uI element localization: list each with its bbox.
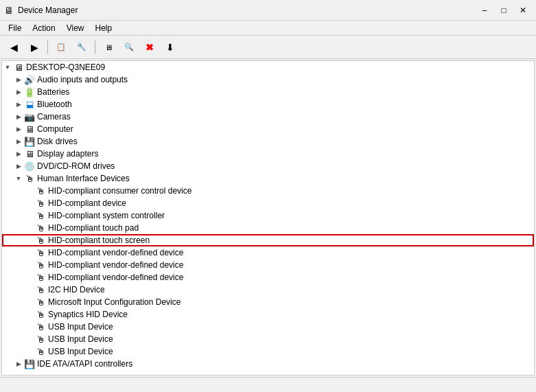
- tree-item-hid-vendor2[interactable]: ▶ 🖱 HID-compliant vendor-defined device: [2, 259, 534, 271]
- display-expand-icon[interactable]: ▶: [13, 148, 24, 159]
- toolbar-separator-2: [95, 41, 95, 54]
- i2c-label: I2C HID Device: [48, 285, 105, 295]
- tree-item-display[interactable]: ▶ 🖥 Display adapters: [2, 148, 534, 160]
- tree-item-hid-vendor3[interactable]: ▶ 🖱 HID-compliant vendor-defined device: [2, 271, 534, 284]
- tree-item-ide[interactable]: ▶ 💾 IDE ATA/ATAPI controllers: [2, 358, 534, 370]
- tree-item-hid-device[interactable]: ▶ 🖱 HID-compliant device: [2, 197, 534, 209]
- dvd-icon: 💿: [24, 161, 35, 172]
- ide-expand-icon[interactable]: ▶: [13, 358, 24, 369]
- bluetooth-icon: ⬓: [24, 99, 35, 110]
- monitor-button[interactable]: 🖥: [99, 38, 118, 56]
- hid-device-icon: 🖱: [35, 198, 46, 209]
- dvd-label: DVD/CD-ROM drives: [37, 161, 115, 171]
- audio-expand-icon[interactable]: ▶: [13, 74, 24, 85]
- tree-item-synaptics[interactable]: ▶ 🖱 Synaptics HID Device: [2, 308, 534, 321]
- status-bar: [0, 377, 536, 392]
- tree-item-i2c[interactable]: ▶ 🖱 I2C HID Device: [2, 284, 534, 296]
- hid-label: Human Interface Devices: [37, 174, 130, 183]
- hid-touchpad-label: HID-compliant touch pad: [48, 223, 139, 233]
- cameras-label: Cameras: [37, 112, 71, 122]
- menu-help[interactable]: Help: [90, 22, 118, 34]
- minimize-button[interactable]: –: [476, 3, 493, 17]
- computer-expand-icon[interactable]: ▶: [13, 124, 24, 135]
- tree-item-disk[interactable]: ▶ 💾 Disk drives: [2, 135, 534, 148]
- ide-icon: 💾: [24, 358, 35, 369]
- i2c-icon: 🖱: [35, 284, 46, 295]
- tree-item-batteries[interactable]: ▶ 🔋 Batteries: [2, 86, 534, 98]
- download-button[interactable]: ⬇: [161, 38, 180, 56]
- tree-item-dvd[interactable]: ▶ 💿 DVD/CD-ROM drives: [2, 160, 534, 172]
- menu-file[interactable]: File: [3, 22, 27, 34]
- menu-view[interactable]: View: [61, 22, 90, 34]
- properties-button[interactable]: 📋: [51, 38, 71, 56]
- synaptics-label: Synaptics HID Device: [48, 310, 128, 319]
- tree-item-msic[interactable]: ▶ 🖱 Microsoft Input Configuration Device: [2, 296, 534, 308]
- tree-item-hid-vendor1[interactable]: ▶ 🖱 HID-compliant vendor-defined device: [2, 246, 534, 259]
- root-expand-icon[interactable]: ▼: [2, 62, 13, 73]
- display-icon: 🖥: [24, 148, 35, 159]
- close-button[interactable]: ✕: [514, 3, 532, 17]
- usb3-icon: 🖱: [35, 346, 46, 357]
- hid-system-label: HID-compliant system controller: [48, 211, 165, 220]
- hid-vendor2-label: HID-compliant vendor-defined device: [48, 260, 183, 270]
- hid-vendor3-label: HID-compliant vendor-defined device: [48, 273, 183, 282]
- tree-item-hid-consumer[interactable]: ▶ 🖱 HID-compliant consumer control devic…: [2, 185, 534, 197]
- dvd-expand-icon[interactable]: ▶: [13, 161, 24, 172]
- tree-item-hid-touchpad[interactable]: ▶ 🖱 HID-compliant touch pad: [2, 222, 534, 234]
- forward-button[interactable]: ▶: [25, 38, 44, 56]
- app-icon: 🖥: [4, 5, 14, 16]
- hid-expand-icon[interactable]: ▼: [13, 173, 24, 184]
- usb1-label: USB Input Device: [48, 322, 113, 332]
- tree-item-cameras[interactable]: ▶ 📷 Cameras: [2, 111, 534, 123]
- tree-item-hid-system[interactable]: ▶ 🖱 HID-compliant system controller: [2, 209, 534, 222]
- hid-touchscreen-label: HID-compliant touch screen: [48, 235, 150, 245]
- hid-vendor2-icon: 🖱: [35, 260, 46, 270]
- audio-icon: 🔊: [24, 74, 35, 85]
- window-controls: – □ ✕: [476, 3, 532, 17]
- toolbar-separator-1: [47, 41, 48, 54]
- tree-item-computer[interactable]: ▶ 🖥 Computer: [2, 123, 534, 135]
- root-computer-icon: 🖥: [13, 62, 24, 73]
- tree-item-bluetooth[interactable]: ▶ ⬓ Bluetooth: [2, 98, 534, 111]
- tree-item-hid[interactable]: ▼ 🖱 Human Interface Devices: [2, 172, 534, 185]
- batteries-expand-icon[interactable]: ▶: [13, 87, 24, 97]
- msic-icon: 🖱: [35, 297, 46, 308]
- tree-item-usb3[interactable]: ▶ 🖱 USB Input Device: [2, 345, 534, 358]
- tree-item-usb2[interactable]: ▶ 🖱 USB Input Device: [2, 333, 534, 345]
- ide-label: IDE ATA/ATAPI controllers: [37, 359, 132, 369]
- title-bar: 🖥 Device Manager – □ ✕: [0, 0, 536, 21]
- hid-vendor1-label: HID-compliant vendor-defined device: [48, 248, 183, 257]
- hid-consumer-icon: 🖱: [35, 185, 46, 196]
- back-button[interactable]: ◀: [4, 38, 23, 56]
- bluetooth-expand-icon[interactable]: ▶: [13, 99, 24, 110]
- usb3-label: USB Input Device: [48, 347, 113, 356]
- usb2-icon: 🖱: [35, 334, 46, 345]
- hid-vendor3-icon: 🖱: [35, 272, 46, 283]
- tree-item-hid-touchscreen[interactable]: ▶ 🖱 HID-compliant touch screen: [2, 234, 534, 246]
- tree-item-usb1[interactable]: ▶ 🖱 USB Input Device: [2, 321, 534, 333]
- menu-action[interactable]: Action: [27, 22, 60, 34]
- uninstall-button[interactable]: ✖: [140, 38, 159, 56]
- scan-button[interactable]: 🔍: [119, 38, 139, 56]
- synaptics-icon: 🖱: [35, 309, 46, 320]
- hid-consumer-label: HID-compliant consumer control device: [48, 186, 191, 196]
- tree-item-audio[interactable]: ▶ 🔊 Audio inputs and outputs: [2, 73, 534, 86]
- maximize-button[interactable]: □: [495, 3, 513, 17]
- update-driver-button[interactable]: 🔧: [72, 38, 91, 56]
- main-area: ▼ 🖥 DESKTOP-Q3NEE09 ▶ 🔊 Audio inputs and…: [0, 59, 536, 377]
- hid-touchscreen-icon: 🖱: [35, 235, 46, 246]
- cameras-expand-icon[interactable]: ▶: [13, 111, 24, 122]
- audio-label: Audio inputs and outputs: [37, 75, 128, 84]
- disk-expand-icon[interactable]: ▶: [13, 136, 24, 147]
- msic-label: Microsoft Input Configuration Device: [48, 297, 180, 307]
- usb2-label: USB Input Device: [48, 334, 113, 344]
- root-label: DESKTOP-Q3NEE09: [26, 62, 105, 72]
- device-tree[interactable]: ▼ 🖥 DESKTOP-Q3NEE09 ▶ 🔊 Audio inputs and…: [1, 60, 535, 376]
- disk-icon: 💾: [24, 136, 35, 147]
- tree-root[interactable]: ▼ 🖥 DESKTOP-Q3NEE09: [2, 61, 534, 73]
- hid-icon: 🖱: [24, 173, 35, 184]
- hid-system-icon: 🖱: [35, 210, 46, 221]
- cameras-icon: 📷: [24, 111, 35, 122]
- computer-label: Computer: [37, 124, 73, 134]
- hid-touchpad-icon: 🖱: [35, 222, 46, 233]
